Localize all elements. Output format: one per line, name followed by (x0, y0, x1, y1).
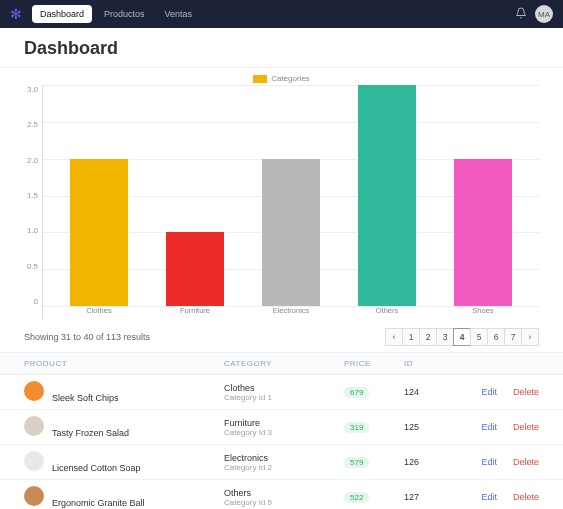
chart-legend: Categories (24, 74, 539, 83)
nav-item-ventas[interactable]: Ventas (157, 5, 201, 23)
x-tick: Electronics (262, 306, 320, 320)
th-price: PRICE (344, 359, 404, 368)
cell-id: 125 (404, 422, 464, 432)
cell-category: ElectronicsCategory Id 2 (224, 453, 344, 472)
y-tick: 2.0 (24, 156, 38, 165)
legend-swatch (253, 75, 267, 83)
results-bar: Showing 31 to 40 of 113 results ‹1234567… (0, 320, 563, 352)
edit-button[interactable]: Edit (481, 457, 497, 467)
cell-id: 126 (404, 457, 464, 467)
cell-product: Sleek Soft Chips (24, 381, 224, 403)
cell-id: 127 (404, 492, 464, 502)
chart-bar (166, 232, 224, 306)
chart: Categories 3.02.52.01.51.00.50 ClothesFu… (0, 68, 563, 320)
logo-icon: ✻ (10, 6, 22, 22)
results-text: Showing 31 to 40 of 113 results (24, 332, 150, 342)
th-id: ID (404, 359, 464, 368)
chart-bar (70, 159, 128, 306)
table-row: Sleek Soft ChipsClothesCategory Id 16791… (0, 375, 563, 410)
cell-id: 124 (404, 387, 464, 397)
page-button[interactable]: › (521, 328, 539, 346)
navbar: ✻ Dashboard Productos Ventas MA (0, 0, 563, 28)
cell-category: FurnitureCategory Id 3 (224, 418, 344, 437)
table-header: PRODUCT CATEGORY PRICE ID (0, 352, 563, 375)
edit-button[interactable]: Edit (481, 422, 497, 432)
cell-category: ClothesCategory Id 1 (224, 383, 344, 402)
cell-price: 522 (344, 492, 404, 503)
delete-button[interactable]: Delete (513, 457, 539, 467)
page-button[interactable]: 2 (419, 328, 437, 346)
page-button[interactable]: 1 (402, 328, 420, 346)
avatar[interactable]: MA (535, 5, 553, 23)
delete-button[interactable]: Delete (513, 387, 539, 397)
y-tick: 0.5 (24, 262, 38, 271)
cell-price: 319 (344, 422, 404, 433)
th-product: PRODUCT (24, 359, 224, 368)
nav-item-dashboard[interactable]: Dashboard (32, 5, 92, 23)
product-name: Tasty Frozen Salad (52, 428, 129, 438)
page-button[interactable]: 3 (436, 328, 454, 346)
nav-left: ✻ Dashboard Productos Ventas (10, 5, 200, 23)
cell-price: 679 (344, 387, 404, 398)
nav-item-productos[interactable]: Productos (96, 5, 153, 23)
x-tick: Clothes (70, 306, 128, 320)
product-thumb (24, 451, 44, 471)
y-tick: 0 (24, 297, 38, 306)
page-button[interactable]: ‹ (385, 328, 403, 346)
product-name: Sleek Soft Chips (52, 393, 119, 403)
y-tick: 2.5 (24, 120, 38, 129)
x-tick: Others (358, 306, 416, 320)
x-tick: Shoes (454, 306, 512, 320)
page-button[interactable]: 7 (504, 328, 522, 346)
delete-button[interactable]: Delete (513, 422, 539, 432)
edit-button[interactable]: Edit (481, 492, 497, 502)
x-tick: Furniture (166, 306, 224, 320)
cell-category: OthersCategory Id 5 (224, 488, 344, 507)
delete-button[interactable]: Delete (513, 492, 539, 502)
cell-product: Tasty Frozen Salad (24, 416, 224, 438)
edit-button[interactable]: Edit (481, 387, 497, 397)
cell-product: Licensed Cotton Soap (24, 451, 224, 473)
chart-y-axis: 3.02.52.01.51.00.50 (24, 85, 42, 320)
page-title: Dashboard (0, 28, 563, 68)
chart-x-axis: ClothesFurnitureElectronicsOthersShoes (43, 306, 539, 320)
page-button[interactable]: 6 (487, 328, 505, 346)
table-row: Tasty Frozen SaladFurnitureCategory Id 3… (0, 410, 563, 445)
legend-label: Categories (271, 74, 310, 83)
chart-plot: ClothesFurnitureElectronicsOthersShoes (42, 85, 539, 320)
chart-bar (358, 85, 416, 306)
product-thumb (24, 416, 44, 436)
chart-bar (262, 159, 320, 306)
page-button[interactable]: 5 (470, 328, 488, 346)
product-name: Licensed Cotton Soap (52, 463, 141, 473)
cell-price: 579 (344, 457, 404, 468)
pagination: ‹1234567› (386, 328, 539, 346)
page-button[interactable]: 4 (453, 328, 471, 346)
chart-bar (454, 159, 512, 306)
table-body: Sleek Soft ChipsClothesCategory Id 16791… (0, 375, 563, 509)
table-row: Ergonomic Granite BallOthersCategory Id … (0, 480, 563, 509)
table-row: Licensed Cotton SoapElectronicsCategory … (0, 445, 563, 480)
th-category: CATEGORY (224, 359, 344, 368)
notifications-icon[interactable] (515, 7, 527, 21)
y-tick: 1.0 (24, 226, 38, 235)
cell-product: Ergonomic Granite Ball (24, 486, 224, 508)
product-thumb (24, 381, 44, 401)
nav-right: MA (515, 5, 553, 23)
product-thumb (24, 486, 44, 506)
product-name: Ergonomic Granite Ball (52, 498, 145, 508)
y-tick: 1.5 (24, 191, 38, 200)
y-tick: 3.0 (24, 85, 38, 94)
